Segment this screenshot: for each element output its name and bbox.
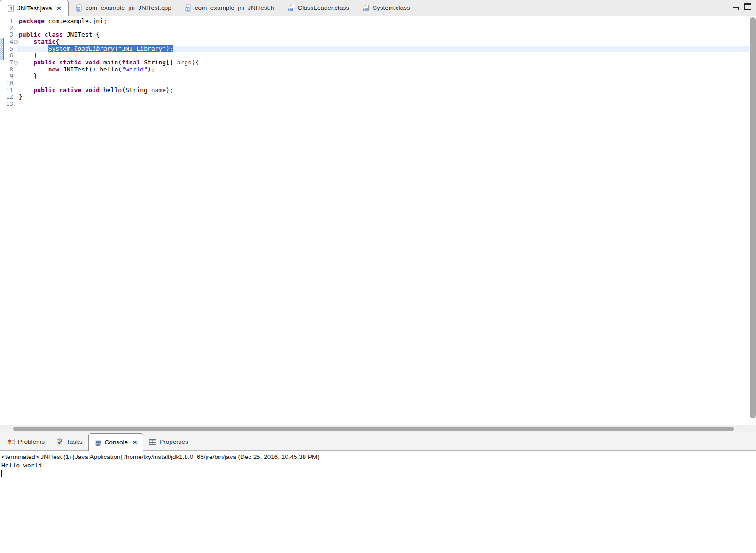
bottom-tabbar: Problems Tasks Console ✕ (0, 433, 756, 451)
line-number: 12 (0, 94, 14, 101)
line-number: 10 (0, 80, 14, 87)
svg-text:h: h (186, 7, 188, 11)
line-number: 7 (0, 59, 14, 66)
code-segment: ); (148, 66, 155, 73)
tab-properties[interactable]: Properties (143, 433, 194, 450)
code-segment: System. (48, 45, 74, 52)
code-segment (19, 87, 33, 94)
code-segment: new (48, 66, 59, 73)
console-view[interactable]: <terminated> JNITest (1) [Java Applicati… (0, 451, 756, 477)
code-segment: name (151, 87, 166, 94)
code-segment: } (19, 93, 23, 100)
tab-problems[interactable]: Problems (2, 433, 50, 450)
tab-label: Problems (18, 438, 45, 445)
line-number: 6 (0, 52, 14, 59)
close-icon[interactable]: ✕ (57, 6, 62, 11)
line-number: 11 (0, 87, 14, 94)
view-window-buttons (733, 0, 756, 16)
vertical-scrollbar-thumb[interactable] (750, 17, 756, 418)
tab-jnitest-h[interactable]: h com_example_jni_JNITest.h (178, 0, 281, 16)
h-file-icon: h (185, 4, 192, 12)
fold-collapse-icon[interactable] (14, 61, 18, 65)
tab-label: com_example_jni_JNITest.h (195, 4, 274, 11)
code-segment: public native void (33, 87, 100, 94)
line-number: 5 (0, 46, 14, 53)
code-segment: main( (100, 59, 122, 66)
code-segment: public static void (33, 59, 100, 66)
console-output: Hello world (1, 462, 756, 469)
code-line[interactable]: } (17, 94, 749, 101)
line-number: 3 (0, 32, 14, 39)
code-segment: package (19, 17, 45, 24)
horizontal-scrollbar-thumb[interactable] (13, 427, 734, 431)
tab-classloader-class[interactable]: 010 ClassLoader.class (281, 0, 356, 16)
code-segment: loadLibrary (74, 45, 114, 52)
horizontal-scrollbar[interactable] (0, 425, 756, 433)
code-lines[interactable]: package com.example.jni;public class JNI… (17, 18, 749, 108)
tab-console[interactable]: Console ✕ (88, 433, 144, 451)
maximize-icon[interactable] (744, 3, 751, 10)
line-number: 9 (0, 73, 14, 80)
eclipse-window: J JNITest.java ✕ c com_example_jni_JNITe… (0, 0, 756, 553)
code-segment: "world" (122, 66, 148, 73)
code-segment: String[] (140, 59, 177, 66)
console-process-header: <terminated> JNITest (1) [Java Applicati… (1, 453, 756, 460)
console-icon (94, 439, 102, 446)
code-segment: static (33, 38, 55, 45)
svg-text:J: J (9, 6, 12, 11)
line-number: 13 (0, 101, 14, 108)
code-segment: args (177, 59, 192, 66)
code-segment: ("JNI_Library"); (115, 45, 173, 52)
code-segment: JNITest { (63, 31, 100, 38)
java-file-icon: J (7, 5, 15, 12)
code-segment: } (19, 52, 37, 59)
code-segment: JNITest().hello( (59, 66, 122, 73)
properties-icon (149, 438, 156, 446)
class-file-icon: 010 (362, 4, 370, 12)
class-file-icon: 010 (288, 4, 295, 12)
tab-label: com_example_jni_JNITest.cpp (86, 4, 171, 11)
tab-tasks[interactable]: Tasks (50, 433, 88, 450)
svg-text:010: 010 (363, 8, 367, 10)
minimize-icon[interactable] (733, 7, 739, 10)
code-segment: public class (19, 31, 63, 38)
code-line[interactable]: new JNITest().hello("world"); (17, 66, 749, 73)
problems-icon (8, 438, 15, 446)
line-number-gutter: 12345678910111213 (0, 18, 14, 108)
tab-label: Console (105, 439, 128, 446)
editor-tabbar: J JNITest.java ✕ c com_example_jni_JNITe… (0, 0, 756, 16)
code-segment: hello(String (100, 87, 151, 94)
code-line[interactable]: public static void main(final String[] a… (17, 59, 749, 66)
code-segment: ); (166, 87, 173, 94)
code-line[interactable] (17, 80, 749, 87)
code-segment: } (19, 72, 37, 79)
code-line[interactable]: } (17, 52, 749, 59)
code-line[interactable]: public class JNITest { (17, 32, 749, 39)
code-segment: final (122, 59, 140, 66)
code-segment: com.example.jni; (45, 17, 107, 24)
text-cursor (1, 470, 2, 477)
bottom-panel: Problems Tasks Console ✕ (0, 433, 756, 553)
editor-area[interactable]: 12345678910111213 package com.example.jn… (0, 16, 756, 433)
tab-system-class[interactable]: 010 System.class (356, 0, 417, 16)
line-number: 1 (0, 18, 14, 25)
tab-label: Tasks (66, 438, 83, 445)
tab-jnitest-java[interactable]: J JNITest.java ✕ (0, 0, 69, 16)
line-number: 8 (0, 66, 14, 73)
code-line[interactable] (17, 25, 749, 32)
tab-label: System.class (373, 4, 410, 11)
code-segment (19, 66, 48, 73)
svg-text:c: c (77, 7, 79, 11)
code-line[interactable]: public native void hello(String name); (17, 87, 749, 94)
code-segment (19, 59, 33, 66)
close-icon[interactable]: ✕ (132, 440, 137, 445)
code-line[interactable] (17, 101, 749, 108)
tab-jnitest-cpp[interactable]: c com_example_jni_JNITest.cpp (69, 0, 178, 16)
code-line[interactable]: package com.example.jni; (17, 18, 749, 25)
vertical-scrollbar[interactable] (749, 16, 756, 425)
cpp-file-icon: c (75, 4, 83, 12)
code-line[interactable]: static{ (17, 39, 749, 46)
fold-collapse-icon[interactable] (14, 40, 18, 44)
code-line[interactable]: System.loadLibrary("JNI_Library"); (17, 46, 749, 53)
code-line[interactable]: } (17, 73, 749, 80)
